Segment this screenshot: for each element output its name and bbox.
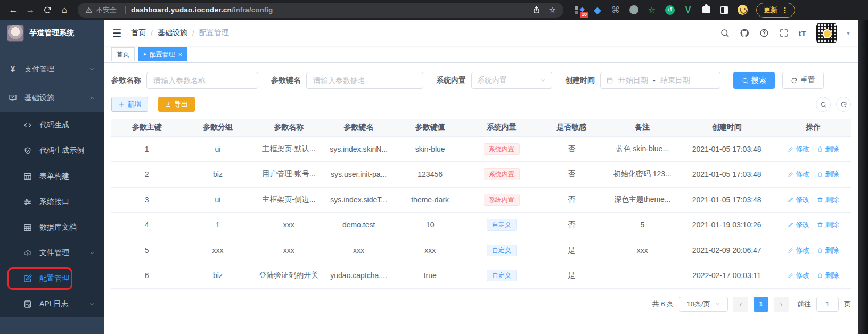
edit-link[interactable]: 修改 bbox=[788, 220, 809, 230]
chevron-up-icon bbox=[89, 95, 95, 101]
help-icon[interactable] bbox=[759, 28, 769, 38]
delete-link[interactable]: 删除 bbox=[817, 169, 839, 179]
pagination: 共 6 条 10条/页 ‹ 1 › 前往 页 bbox=[111, 297, 851, 312]
builtin-select[interactable]: 系统内置 bbox=[471, 72, 552, 89]
browser-home-icon[interactable]: ⌂ bbox=[56, 2, 72, 18]
trash-icon bbox=[817, 222, 823, 228]
user-avatar[interactable] bbox=[816, 23, 837, 43]
recorder-extension-icon[interactable] bbox=[628, 5, 639, 15]
table-row: 1 ui 主框架页-默认... sys.index.skinN... skin-… bbox=[111, 136, 851, 162]
plus-icon bbox=[118, 101, 125, 108]
not-secure-warning-icon bbox=[85, 6, 93, 14]
font-size-icon[interactable]: tT bbox=[799, 29, 806, 38]
fullscreen-icon[interactable] bbox=[779, 28, 789, 38]
chevron-down-icon bbox=[540, 77, 546, 84]
col-param-value: 参数键值 bbox=[393, 119, 467, 136]
sidebar-item-system-api[interactable]: 系统接口 bbox=[0, 189, 104, 215]
toggle-search-button[interactable] bbox=[816, 97, 831, 112]
delete-link[interactable]: 删除 bbox=[817, 246, 839, 255]
sidebar-item-form-builder[interactable]: 表单构建 bbox=[0, 164, 104, 189]
end-date-placeholder[interactable]: 结束日期 bbox=[660, 76, 690, 85]
chevron-down-icon bbox=[89, 66, 95, 72]
form-grid-icon bbox=[23, 172, 32, 181]
vue-devtools-icon[interactable]: V bbox=[683, 5, 693, 15]
tab-home[interactable]: 首页 bbox=[111, 47, 135, 61]
sidebar-collapse-icon[interactable]: ☰ bbox=[112, 27, 121, 39]
sidebar-item-code-demo[interactable]: 代码生成示例 bbox=[0, 138, 104, 164]
github-icon[interactable] bbox=[740, 28, 749, 38]
export-button[interactable]: 导出 bbox=[158, 97, 195, 112]
builtin-label: 系统内置 bbox=[436, 76, 466, 85]
prev-page-button[interactable]: ‹ bbox=[733, 297, 748, 312]
page-size-select[interactable]: 10条/页 bbox=[679, 297, 728, 312]
goto-label: 前往 bbox=[797, 299, 811, 309]
kite-extension-icon[interactable]: ◆ bbox=[592, 5, 603, 15]
sync-extension-icon[interactable]: ↺ bbox=[665, 5, 675, 15]
page-number-1[interactable]: 1 bbox=[754, 297, 768, 312]
chrome-update-button[interactable]: 更新 ⋮ bbox=[756, 3, 795, 18]
delete-link[interactable]: 删除 bbox=[817, 144, 839, 154]
edit-link[interactable]: 修改 bbox=[788, 144, 809, 154]
create-time-label: 创建时间 bbox=[565, 76, 595, 85]
browser-menu-icon[interactable]: ⋮ bbox=[781, 6, 789, 14]
start-date-placeholder[interactable]: 开始日期 bbox=[618, 76, 648, 85]
edit-link[interactable]: 修改 bbox=[788, 271, 809, 280]
sidebar-item-code-generation[interactable]: 代码生成 bbox=[0, 112, 104, 138]
refresh-table-button[interactable] bbox=[836, 97, 851, 112]
col-param-group: 参数分组 bbox=[182, 119, 253, 136]
edit-link[interactable]: 修改 bbox=[788, 169, 809, 179]
add-button[interactable]: 新增 bbox=[111, 97, 148, 112]
close-tab-icon[interactable]: × bbox=[178, 51, 182, 58]
table-row: 5 xxx xxx xxx xxx 自定义 是 xxx 2021-02-09 2… bbox=[111, 238, 851, 263]
delete-link[interactable]: 删除 bbox=[817, 220, 839, 230]
devtools-extension-icon[interactable]: ◆ 10 bbox=[574, 5, 585, 15]
goto-page-input[interactable] bbox=[816, 297, 839, 312]
edit-icon bbox=[23, 274, 32, 283]
star-extension-icon[interactable]: ☆ bbox=[646, 5, 657, 15]
browser-back-icon[interactable]: ← bbox=[5, 2, 21, 18]
profile-avatar-icon[interactable] bbox=[737, 5, 748, 15]
sidebar-item-file-management[interactable]: 文件管理 bbox=[0, 240, 104, 266]
bookmark-star-icon[interactable]: ☆ bbox=[549, 5, 556, 15]
avatar-caret-icon[interactable]: ▾ bbox=[847, 29, 850, 37]
breadcrumb-home[interactable]: 首页 bbox=[131, 28, 146, 38]
edit-link[interactable]: 修改 bbox=[788, 246, 809, 255]
share-icon[interactable] bbox=[533, 6, 541, 14]
delete-link[interactable]: 删除 bbox=[817, 271, 839, 280]
pencil-icon bbox=[788, 222, 794, 228]
browser-reload-icon[interactable] bbox=[39, 2, 55, 18]
search-icon[interactable] bbox=[720, 28, 730, 38]
side-panel-icon[interactable] bbox=[719, 5, 730, 15]
builtin-tag: 系统内置 bbox=[484, 194, 520, 206]
sidebar-item-config-management[interactable]: 配置管理 bbox=[0, 266, 104, 291]
custom-tag: 自定义 bbox=[487, 245, 517, 256]
custom-tag: 自定义 bbox=[487, 219, 517, 231]
param-name-input[interactable] bbox=[146, 72, 258, 89]
delete-link[interactable]: 删除 bbox=[817, 195, 839, 205]
col-builtin: 系统内置 bbox=[467, 119, 536, 136]
address-bar[interactable]: 不安全 dashboard.yudao.iocoder.cn /infra/co… bbox=[78, 3, 563, 18]
next-page-button[interactable]: › bbox=[774, 297, 789, 312]
command-extension-icon[interactable]: ⌘ bbox=[610, 5, 621, 15]
top-navbar: ☰ 首页 / 基础设施 / 配置管理 tT ▾ bbox=[104, 20, 858, 46]
sidebar-item-api-log[interactable]: API 日志 bbox=[0, 291, 104, 317]
sidebar-item-payment[interactable]: ¥ 支付管理 bbox=[0, 55, 104, 84]
search-button[interactable]: 搜索 bbox=[733, 72, 775, 89]
monitor-icon bbox=[9, 94, 17, 102]
reset-button[interactable]: 重置 bbox=[782, 72, 824, 89]
breadcrumb-infra[interactable]: 基础设施 bbox=[158, 28, 187, 38]
date-range-picker[interactable]: 开始日期 - 结束日期 bbox=[600, 72, 720, 89]
trash-icon bbox=[817, 146, 823, 152]
browser-forward-icon[interactable]: → bbox=[22, 2, 38, 18]
security-label[interactable]: 不安全 bbox=[96, 5, 117, 15]
param-key-input[interactable] bbox=[306, 72, 423, 89]
active-dot-icon: ● bbox=[143, 52, 146, 57]
sidebar-item-infrastructure[interactable]: 基础设施 bbox=[0, 84, 104, 112]
sidebar-item-db-docs[interactable]: 数据库文档 bbox=[0, 215, 104, 240]
pencil-icon bbox=[788, 171, 794, 177]
tab-config-management[interactable]: ● 配置管理 × bbox=[138, 47, 187, 61]
edit-link[interactable]: 修改 bbox=[788, 195, 809, 205]
extensions-puzzle-icon[interactable] bbox=[701, 5, 711, 15]
extension-badge: 10 bbox=[580, 12, 588, 18]
database-table-icon bbox=[23, 223, 32, 232]
